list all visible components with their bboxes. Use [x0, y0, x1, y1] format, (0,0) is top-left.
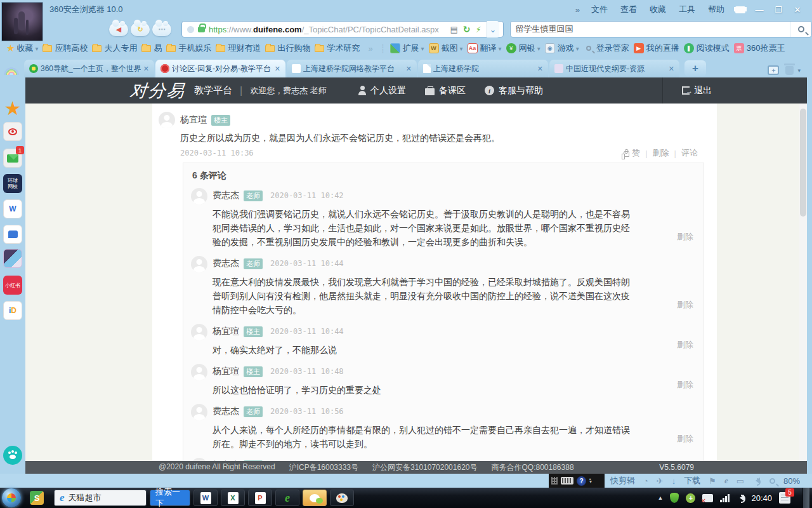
- menu-file[interactable]: 文件: [591, 4, 608, 15]
- 360-plus-icon[interactable]: +: [686, 493, 695, 503]
- security-shield-icon[interactable]: [670, 493, 679, 503]
- avatar[interactable]: [191, 256, 207, 272]
- ime-help-icon[interactable]: ?: [577, 476, 586, 486]
- bookmark-folder[interactable]: 应聘高校: [43, 43, 88, 54]
- notifications-icon[interactable]: 5: [779, 492, 790, 504]
- speed-mode-icon[interactable]: ⚡: [475, 25, 481, 34]
- comment-delete-link[interactable]: 删除: [677, 231, 693, 243]
- tool-screenshot[interactable]: W截图▾: [429, 43, 463, 54]
- window-mode-icon[interactable]: ▭: [737, 476, 744, 486]
- url-text[interactable]: https://www.duifene.com/_TopicChat/PC/To…: [209, 25, 445, 34]
- menu-overflow-icon[interactable]: »: [575, 5, 580, 15]
- tool-my-live[interactable]: ▶我的直播: [634, 43, 679, 54]
- comment-author[interactable]: 费志杰: [213, 190, 239, 201]
- like-link[interactable]: 赞: [632, 147, 640, 159]
- tab-jianqiao[interactable]: 上海建桥学院✕: [418, 60, 548, 77]
- network-error-icon[interactable]: [702, 494, 713, 502]
- bookmark-folder[interactable]: 理财有道: [216, 43, 261, 54]
- bookmark-folder[interactable]: 手机娱乐: [166, 43, 211, 54]
- tab-jianqiao-platform[interactable]: 上海建桥学院网络教学平台✕: [287, 60, 417, 77]
- favorites-button[interactable]: ★收藏▾: [0, 43, 38, 54]
- chevron-down-icon[interactable]: ▾: [797, 67, 801, 74]
- show-desktop-button[interactable]: [802, 488, 809, 508]
- tool-games[interactable]: ◉游戏▾: [545, 43, 579, 54]
- skin-button[interactable]: [731, 3, 750, 17]
- taskbar-360-icon[interactable]: S: [30, 491, 44, 505]
- pd-app-icon[interactable]: iD: [3, 301, 22, 320]
- bookmark-folder[interactable]: 出行购物: [265, 43, 310, 54]
- task-search-button[interactable]: 搜索一下: [150, 490, 190, 506]
- delete-link[interactable]: 删除: [653, 147, 669, 159]
- keyboard-icon[interactable]: [561, 477, 573, 485]
- address-bar[interactable]: https://www.duifene.com/_TopicChat/PC/To…: [181, 21, 504, 37]
- task-tmall[interactable]: e天猫超市: [54, 490, 147, 506]
- ime-caret-icon[interactable]: ▪▾: [589, 478, 592, 483]
- start-button[interactable]: [2, 488, 21, 507]
- pin-icon[interactable]: ✈: [657, 476, 664, 486]
- menu-favorites[interactable]: 收藏: [650, 4, 666, 15]
- comment-delete-link[interactable]: 删除: [677, 433, 693, 444]
- avatar[interactable]: [191, 188, 207, 204]
- nav-logout[interactable]: 退出: [682, 85, 712, 97]
- avatar[interactable]: [191, 324, 207, 340]
- comment-link[interactable]: 评论: [681, 147, 698, 159]
- task-word[interactable]: W: [193, 490, 218, 506]
- download-link[interactable]: 下载: [684, 475, 700, 486]
- tab-close-icon[interactable]: ✕: [406, 65, 412, 73]
- zoom-level[interactable]: 80%: [783, 476, 800, 486]
- police-text[interactable]: 沪公网安备31010702001620号: [372, 462, 477, 473]
- search-button[interactable]: [790, 22, 811, 37]
- trash-icon[interactable]: [785, 66, 794, 75]
- weibo-icon[interactable]: [3, 122, 22, 141]
- compass-icon[interactable]: ◔: [643, 476, 648, 486]
- word-doc-icon[interactable]: W: [3, 199, 22, 218]
- tab-close-icon[interactable]: ✕: [275, 65, 280, 73]
- rainbow-icon[interactable]: [4, 67, 19, 75]
- task-paint[interactable]: [330, 490, 354, 506]
- tool-ebank[interactable]: ¥网银▾: [506, 43, 540, 54]
- site-logo[interactable]: 对分易: [129, 79, 187, 102]
- xiaohongshu-icon[interactable]: 小红书: [3, 276, 22, 295]
- tray-expand-icon[interactable]: ▲: [658, 495, 664, 501]
- quick-clip-link[interactable]: 快剪辑: [610, 475, 635, 486]
- thumbs-up-icon[interactable]: [624, 151, 629, 157]
- bookmark-folder[interactable]: 易: [141, 43, 162, 54]
- mail-icon[interactable]: 1: [3, 149, 22, 168]
- reading-mode-icon[interactable]: ▤: [450, 25, 457, 34]
- comment-author[interactable]: 费志杰: [213, 406, 239, 417]
- avatar[interactable]: [159, 112, 175, 128]
- bookmark-folder[interactable]: 夫人专用: [92, 43, 137, 54]
- game-app-icon[interactable]: [3, 249, 22, 268]
- netschool-icon[interactable]: 环球网校: [3, 174, 22, 193]
- tab-history-resources[interactable]: 中国近现代史纲要-资源✕: [549, 60, 679, 77]
- page-refresh-icon[interactable]: ↻: [463, 24, 471, 34]
- menu-tools[interactable]: 工具: [679, 4, 695, 15]
- tab-close-icon[interactable]: ✕: [669, 65, 674, 73]
- maximize-button[interactable]: ❐: [769, 3, 788, 17]
- download-arrow-icon[interactable]: ↓: [672, 476, 676, 486]
- nav-personal-settings[interactable]: 个人设置: [358, 85, 406, 97]
- minimize-button[interactable]: —: [750, 3, 769, 17]
- mute-icon[interactable]: [752, 478, 760, 484]
- tab-close-icon[interactable]: ✕: [537, 65, 543, 73]
- tab-360nav[interactable]: 360导航_一个主页，整个世界✕: [24, 60, 154, 77]
- chat-app-icon[interactable]: [3, 225, 22, 244]
- tab-discussion-active[interactable]: 讨论区-回复-对分易-教学平台✕: [155, 60, 285, 77]
- flag-icon[interactable]: ⚑: [709, 476, 716, 486]
- tool-ticket-grabber[interactable]: 票360抢票王: [734, 43, 785, 54]
- post-author[interactable]: 杨宜瑄: [180, 114, 207, 126]
- ime-bar[interactable]: ? ▪▾: [549, 474, 605, 488]
- comment-author[interactable]: 杨宜瑄: [213, 366, 239, 377]
- comment-author[interactable]: 杨宜瑄: [213, 326, 239, 337]
- bookmark-folder[interactable]: 学术研究: [315, 43, 360, 54]
- refresh-button[interactable]: ↻: [131, 23, 150, 36]
- menu-help[interactable]: 帮助: [708, 4, 724, 15]
- ime-grip-icon[interactable]: [551, 477, 558, 485]
- back-button[interactable]: ◀: [109, 23, 128, 36]
- clock[interactable]: 20:40: [751, 493, 772, 503]
- browser-skin-avatar[interactable]: [1, 2, 43, 41]
- comment-delete-link[interactable]: 删除: [677, 379, 693, 391]
- search-box[interactable]: [510, 21, 812, 37]
- task-powerpoint[interactable]: P: [248, 490, 272, 506]
- task-wechat-active[interactable]: [303, 490, 327, 506]
